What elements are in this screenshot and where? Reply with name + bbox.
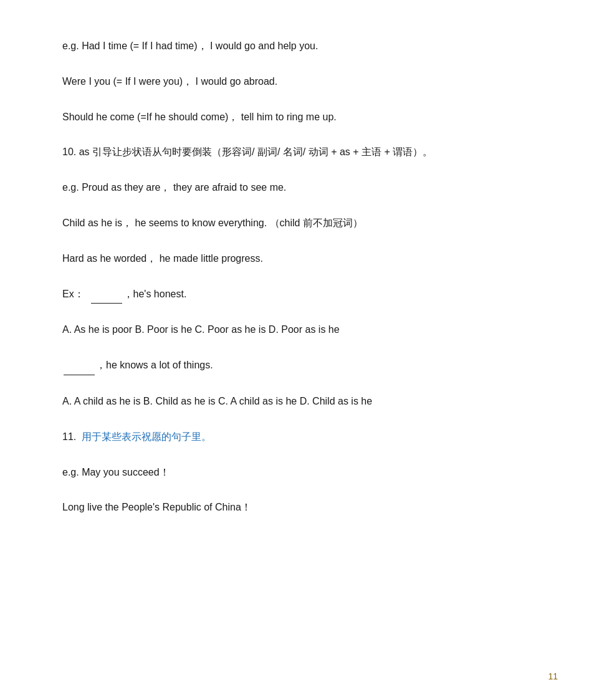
line-hard-as: Hard as he worded， he made little progre… — [62, 250, 527, 268]
line-were-i-you: Were I you (= If I were you)， I would go… — [62, 73, 527, 91]
page-number: 11 — [548, 671, 558, 681]
text-hard-as: Hard as he worded， he made little progre… — [62, 250, 527, 268]
blank-2 — [64, 357, 95, 375]
text-long-live: Long live the People's Republic of China… — [62, 499, 527, 517]
page-content: e.g. Had I time (= If I had time)， I wou… — [0, 0, 589, 572]
text-were-i-you: Were I you (= If I were you)， I would go… — [62, 73, 527, 91]
line-long-live: Long live the People's Republic of China… — [62, 499, 527, 517]
text-had-i-time: e.g. Had I time (= If I had time)， I wou… — [62, 37, 527, 55]
text-section-11: 11. 用于某些表示祝愿的句子里。 — [62, 428, 527, 446]
line-blank-knows: ，he knows a lot of things. — [62, 357, 527, 375]
text-child-as: Child as he is， he seems to know everyth… — [62, 214, 527, 233]
text-section-10: 10. as 引导让步状语从句时要倒装（形容词/ 副词/ 名词/ 动词 + as… — [62, 143, 527, 161]
blank-1 — [91, 285, 122, 304]
text-blank-knows: ，he knows a lot of things. — [62, 357, 527, 375]
line-proud-as: e.g. Proud as they are， they are afraid … — [62, 179, 527, 197]
text-should-he-come: Should he come (=If he should come)， tel… — [62, 108, 527, 127]
line-child-as: Child as he is， he seems to know everyth… — [62, 214, 527, 233]
text-options-poor: A. As he is poor B. Poor is he C. Poor a… — [62, 321, 527, 339]
text-section-11-blue: 用于某些表示祝愿的句子里。 — [82, 431, 211, 442]
line-may-you: e.g. May you succeed！ — [62, 464, 527, 482]
section-10-heading: 10. as 引导让步状语从句时要倒装（形容词/ 副词/ 名词/ 动词 + as… — [62, 143, 527, 161]
text-ex: Ex： ，he's honest. — [62, 285, 527, 304]
line-ex: Ex： ，he's honest. — [62, 285, 527, 304]
line-options-child: A. A child as he is B. Child as he is C.… — [62, 393, 527, 411]
line-options-poor: A. As he is poor B. Poor is he C. Poor a… — [62, 321, 527, 339]
section-10-label: 10. as 引导让步状语从句时要倒装（形容词/ 副词/ 名词/ 动词 + as… — [62, 146, 433, 157]
text-proud-as: e.g. Proud as they are， they are afraid … — [62, 179, 527, 197]
text-may-you: e.g. May you succeed！ — [62, 464, 527, 482]
text-options-child: A. A child as he is B. Child as he is C.… — [62, 393, 527, 411]
line-had-i-time: e.g. Had I time (= If I had time)， I wou… — [62, 37, 527, 55]
section-11-heading: 11. 用于某些表示祝愿的句子里。 — [62, 428, 527, 446]
line-should-he-come: Should he come (=If he should come)， tel… — [62, 108, 527, 127]
